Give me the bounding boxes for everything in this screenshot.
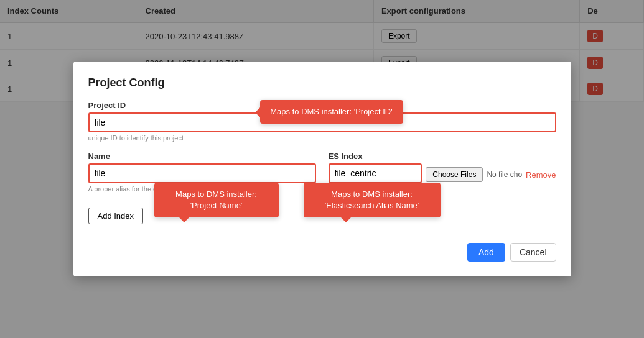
no-file-label: No file cho <box>487 170 522 179</box>
file-input-row: Choose Files No file cho Remove <box>426 167 556 182</box>
modal-overlay: Project Config Project ID unique ID to i… <box>0 0 644 338</box>
tooltip-project-name: Maps to DMS installer: 'Project Name' <box>154 183 279 217</box>
choose-files-button[interactable]: Choose Files <box>426 167 483 182</box>
tooltip-project-id: Maps to DMS installer: 'Project ID' <box>260 100 403 124</box>
project-id-hint: unique ID to identify this project <box>88 134 556 142</box>
tooltip-es-alias: Maps to DMS installer: 'Elasticsearch Al… <box>304 183 441 217</box>
remove-link[interactable]: Remove <box>526 170 556 180</box>
add-index-button[interactable]: Add Index <box>88 208 144 224</box>
name-label: Name <box>88 152 316 161</box>
project-config-modal: Project Config Project ID unique ID to i… <box>73 62 571 276</box>
cancel-button[interactable]: Cancel <box>510 243 556 262</box>
add-button[interactable]: Add <box>467 243 505 262</box>
es-index-input[interactable] <box>329 163 422 183</box>
modal-footer: Add Cancel <box>88 243 556 262</box>
es-index-label: ES Index <box>329 152 556 161</box>
name-input[interactable] <box>88 163 316 183</box>
modal-title: Project Config <box>88 76 556 89</box>
